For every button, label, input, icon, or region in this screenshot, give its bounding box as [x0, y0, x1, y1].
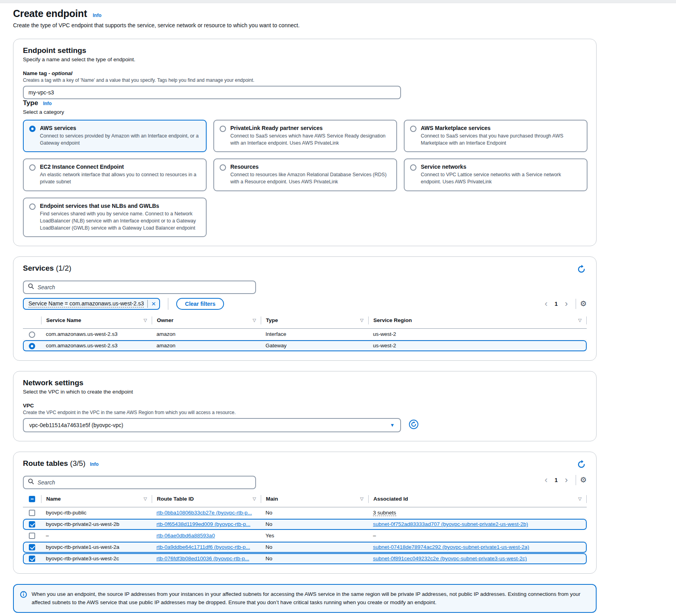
route-table-id-link[interactable]: rtb-076fdf3b08ed10036 (byovpc-rtb-p...: [156, 556, 249, 561]
endpoint-info-alert: When you use an endpoint, the source IP …: [13, 584, 597, 613]
column-filter-icon[interactable]: ▽: [144, 318, 147, 323]
page-description: Create the type of VPC endpoint that sup…: [13, 22, 668, 28]
radio-service-networks[interactable]: [410, 164, 416, 171]
radio-aws-marketplace-services[interactable]: [410, 126, 416, 132]
page-info-link[interactable]: Info: [93, 13, 102, 18]
network-settings-title: Network settings: [23, 379, 587, 387]
tile-title: Service networks: [421, 164, 581, 170]
select-all-checkbox[interactable]: [29, 496, 35, 502]
name-tag-input[interactable]: [23, 86, 401, 99]
refresh-icon: [577, 269, 586, 275]
column-header-main[interactable]: Main ▽: [261, 495, 368, 503]
route-tables-page-number[interactable]: 1: [552, 477, 561, 483]
column-header-owner[interactable]: Owner ▽: [152, 316, 261, 324]
column-filter-icon[interactable]: ▽: [144, 496, 147, 501]
route-tables-search[interactable]: [23, 476, 256, 489]
row-checkbox[interactable]: [29, 521, 35, 527]
previous-page-icon[interactable]: ‹: [541, 300, 552, 308]
column-filter-icon[interactable]: ▽: [578, 496, 582, 501]
tile-ec2-instance-connect[interactable]: EC2 Instance Connect Endpoint An elastic…: [23, 158, 207, 191]
services-settings-gear-icon[interactable]: ⚙: [580, 300, 587, 307]
services-filter-token[interactable]: Service Name = com.amazonaws.us-west-2.s…: [23, 298, 160, 310]
vpc-label: VPC: [23, 403, 587, 409]
tile-resources[interactable]: Resources Connect to resources like Amaz…: [213, 158, 397, 191]
next-page-icon[interactable]: ›: [561, 300, 572, 308]
associated-subnet-link[interactable]: subnet-07418de78974ac292 (byovpc-subnet-…: [373, 544, 529, 550]
tile-aws-services[interactable]: AWS services Connect to services provide…: [23, 120, 207, 152]
network-settings-description: Select the VPC in which to create the en…: [23, 389, 587, 395]
route-table-id-link[interactable]: rtb-0bba10806b33cb27e (byovpc-rtb-p...: [156, 510, 252, 516]
services-search-input[interactable]: [38, 284, 251, 290]
pagination-divider: [576, 475, 576, 485]
service-row-interface[interactable]: com.amazonaws.us-west-2.s3 amazon Interf…: [23, 329, 587, 340]
column-header-route-table-id[interactable]: Route Table ID ▽: [152, 495, 261, 503]
services-refresh-button[interactable]: [576, 264, 587, 276]
services-search[interactable]: [23, 281, 256, 294]
radio-privatelink-partner-services[interactable]: [220, 126, 226, 132]
remove-filter-icon[interactable]: ×: [151, 301, 156, 307]
row-checkbox[interactable]: [29, 533, 35, 539]
cell-type: Gateway: [261, 342, 368, 349]
route-table-id-link[interactable]: rtb-06ae0dbd6a88593a0: [156, 533, 215, 539]
column-filter-icon[interactable]: ▽: [253, 318, 256, 323]
tile-aws-marketplace-services[interactable]: AWS Marketplace services Connect to SaaS…: [404, 120, 587, 152]
associated-subnet-link[interactable]: subnet-0f891cec049232c2e (byovpc-subnet-…: [373, 556, 527, 561]
services-page-number[interactable]: 1: [552, 301, 561, 307]
associated-subnet-link[interactable]: subnet-0f752ad83333ad707 (byovpc-subnet-…: [373, 521, 528, 527]
route-table-id-link[interactable]: rtb-0a9ddbe64c1711df6 (byovpc-rtb-p...: [156, 544, 250, 550]
route-table-row[interactable]: byovpc-rtb-public rtb-0bba10806b33cb27e …: [23, 507, 587, 519]
type-info-link[interactable]: Info: [43, 101, 52, 106]
column-filter-icon[interactable]: ▽: [253, 496, 256, 501]
column-header-service-name[interactable]: Service Name ▽: [41, 316, 152, 324]
cell-main: No: [261, 509, 368, 516]
radio-aws-services[interactable]: [29, 126, 36, 132]
tile-description: Connect to SaaS services that you have p…: [421, 132, 581, 147]
cell-owner: amazon: [152, 342, 261, 349]
cell-name: byovpc-rtb-public: [41, 509, 152, 516]
column-filter-icon[interactable]: ▽: [360, 318, 363, 323]
row-radio[interactable]: [29, 332, 35, 338]
route-tables-search-input[interactable]: [38, 479, 251, 486]
filter-token-label: Service Name = com.amazonaws.us-west-2.s…: [28, 300, 144, 307]
radio-resources[interactable]: [220, 164, 226, 171]
tile-privatelink-partner-services[interactable]: PrivateLink Ready partner services Conne…: [213, 120, 397, 152]
route-table-row[interactable]: – rtb-06ae0dbd6a88593a0 Yes –: [23, 530, 587, 542]
radio-endpoint-services-nlb-gwlb[interactable]: [29, 203, 36, 210]
type-category-grid: AWS services Connect to services provide…: [23, 120, 587, 237]
column-header-type[interactable]: Type ▽: [261, 316, 368, 324]
route-tables-info-link[interactable]: Info: [90, 462, 99, 467]
tile-description: Connect to resources like Amazon Relatio…: [230, 171, 391, 185]
radio-ec2-instance-connect[interactable]: [29, 164, 36, 171]
column-header-name[interactable]: Name ▽: [41, 495, 152, 503]
tile-title: EC2 Instance Connect Endpoint: [40, 164, 200, 170]
route-tables-refresh-button[interactable]: [576, 459, 587, 471]
route-table-row[interactable]: byovpc-rtb-private1-us-west-2a rtb-0a9dd…: [23, 542, 587, 553]
route-table-row[interactable]: byovpc-rtb-private3-us-west-2c rtb-076fd…: [23, 553, 587, 565]
row-checkbox[interactable]: [29, 556, 35, 562]
column-header-associated-id[interactable]: Associated Id ▽: [368, 495, 587, 503]
route-tables-settings-gear-icon[interactable]: ⚙: [580, 476, 587, 484]
vpc-select-value: vpc-0eb11514a74631e5f (byovpc-vpc): [29, 422, 123, 428]
column-filter-icon[interactable]: ▽: [578, 318, 582, 323]
row-checkbox[interactable]: [29, 510, 35, 516]
tile-service-networks[interactable]: Service networks Connect to VPC Lattice …: [404, 158, 587, 191]
route-table-row[interactable]: byovpc-rtb-private2-us-west-2b rtb-0f654…: [23, 519, 587, 530]
clear-filters-button[interactable]: Clear filters: [176, 298, 224, 310]
row-checkbox[interactable]: [29, 544, 35, 550]
endpoint-settings-card: Endpoint settings Specify a name and sel…: [13, 39, 597, 246]
next-page-icon[interactable]: ›: [561, 476, 572, 484]
route-table-id-link[interactable]: rtb-0f65438d1199ed009 (byovpc-rtb-p...: [156, 521, 250, 527]
subnets-popover-link[interactable]: 3 subnets: [373, 510, 396, 516]
column-filter-icon[interactable]: ▽: [360, 496, 363, 501]
column-header-service-region[interactable]: Service Region ▽: [368, 316, 587, 324]
row-radio[interactable]: [29, 343, 35, 349]
services-card: Services (1/2) Service Name = com.amazon…: [13, 256, 597, 361]
vpc-refresh-button[interactable]: [408, 419, 419, 431]
service-row-gateway[interactable]: com.amazonaws.us-west-2.s3 amazon Gatewa…: [23, 340, 587, 352]
previous-page-icon[interactable]: ‹: [541, 476, 552, 484]
services-count: (1/2): [56, 264, 71, 272]
tile-endpoint-services-nlb-gwlb[interactable]: Endpoint services that use NLBs and GWLB…: [23, 198, 207, 237]
vpc-select[interactable]: vpc-0eb11514a74631e5f (byovpc-vpc) ▼: [23, 418, 401, 432]
route-tables-table-header: Name ▽ Route Table ID ▽ Main ▽ Associate…: [23, 494, 587, 507]
vertical-divider: [168, 298, 168, 310]
